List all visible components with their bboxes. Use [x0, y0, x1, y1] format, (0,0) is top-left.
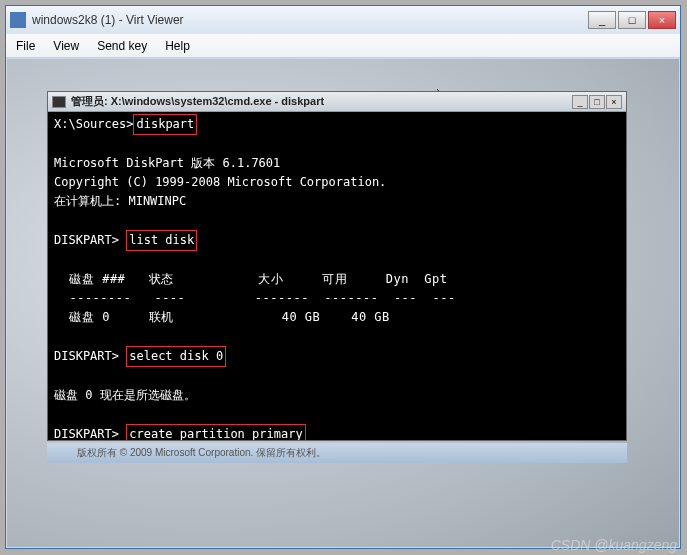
cmd-titlebar[interactable]: 管理员: X:\windows\system32\cmd.exe - diskp…: [48, 92, 626, 112]
cmd-list-disk: list disk: [126, 230, 197, 251]
virt-viewer-window: windows2k8 (1) - Virt Viewer _ □ × File …: [5, 5, 681, 549]
terminal-output[interactable]: X:\Sources>diskpart Microsoft DiskPart 版…: [48, 112, 626, 440]
menu-sendkey[interactable]: Send key: [97, 39, 147, 53]
cmd-window-controls: _ □ ×: [572, 95, 622, 109]
minimize-button[interactable]: _: [588, 11, 616, 29]
outer-titlebar[interactable]: windows2k8 (1) - Virt Viewer _ □ ×: [6, 6, 680, 34]
prompt-text: X:\Sources>: [54, 117, 133, 131]
cmd-close-button[interactable]: ×: [606, 95, 622, 109]
cmd-maximize-button[interactable]: □: [589, 95, 605, 109]
output-line: Copyright (C) 1999-2008 Microsoft Corpor…: [54, 175, 386, 189]
cmd-icon: [52, 96, 66, 108]
output-line: 在计算机上: MINWINPC: [54, 194, 186, 208]
cmd-select-disk: select disk 0: [126, 346, 226, 367]
menu-help[interactable]: Help: [165, 39, 190, 53]
close-button[interactable]: ×: [648, 11, 676, 29]
install-footer: 版权所有 © 2009 Microsoft Corporation. 保留所有权…: [47, 443, 627, 463]
menu-view[interactable]: View: [53, 39, 79, 53]
table-row: 磁盘 0 联机 40 GB 40 GB: [54, 310, 390, 324]
table-separator: -------- ---- ------- ------- --- ---: [54, 291, 456, 305]
window-controls: _ □ ×: [588, 11, 676, 29]
cmd-create-partition: create partition primary: [126, 424, 305, 440]
cmd-minimize-button[interactable]: _: [572, 95, 588, 109]
prompt-text: DISKPART>: [54, 233, 126, 247]
app-icon: [10, 12, 26, 28]
prompt-text: DISKPART>: [54, 349, 126, 363]
output-line: Microsoft DiskPart 版本 6.1.7601: [54, 156, 280, 170]
menubar: File View Send key Help: [6, 34, 680, 58]
vm-display[interactable]: 管理员: X:\windows\system32\cmd.exe - diskp…: [7, 59, 679, 547]
cmd-diskpart: diskpart: [133, 114, 197, 135]
output-line: 磁盘 0 现在是所选磁盘。: [54, 388, 196, 402]
maximize-button[interactable]: □: [618, 11, 646, 29]
prompt-text: DISKPART>: [54, 427, 126, 440]
cmd-title: 管理员: X:\windows\system32\cmd.exe - diskp…: [71, 94, 572, 109]
watermark: CSDN @kuangzeng: [551, 537, 677, 553]
menu-file[interactable]: File: [16, 39, 35, 53]
table-header: 磁盘 ### 状态 大小 可用 Dyn Gpt: [54, 272, 448, 286]
cmd-window: 管理员: X:\windows\system32\cmd.exe - diskp…: [47, 91, 627, 441]
window-title: windows2k8 (1) - Virt Viewer: [32, 13, 588, 27]
